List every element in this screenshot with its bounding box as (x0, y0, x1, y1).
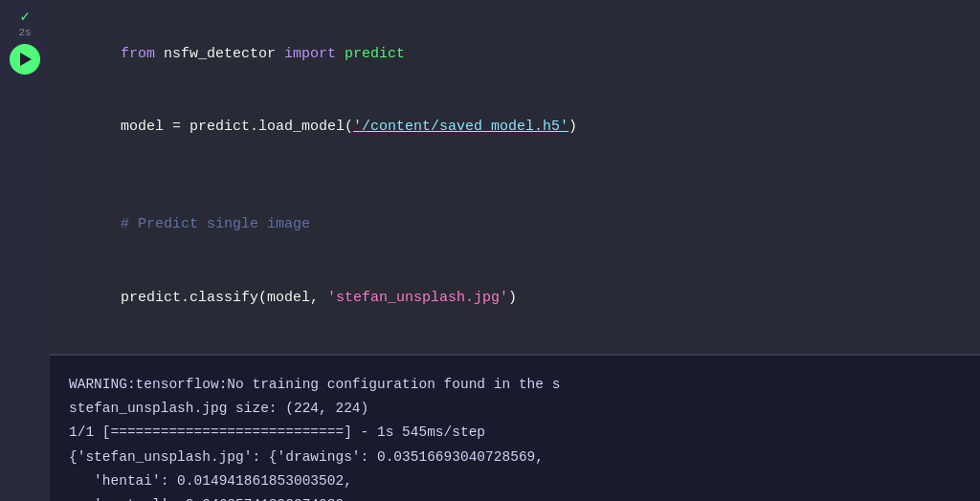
output-progress: 1/1 [============================] - 1s … (69, 421, 961, 445)
output-warning: WARNING:tensorflow:No training configura… (69, 373, 961, 397)
output-hentai: 'hentai': 0.014941861853003502, (69, 469, 961, 493)
code-line-comment: # Predict single image (69, 188, 961, 262)
code-line-blank (69, 163, 961, 188)
output-neutral: 'neutral': 0.04625741392374039, (69, 493, 961, 501)
notebook-cell: from nsfw_detector import predict model … (50, 0, 980, 501)
code-line-1: from nsfw_detector import predict (69, 17, 961, 91)
cell-output: WARNING:tensorflow:No training configura… (50, 356, 980, 502)
code-line-2: model = predict.load_model('/content/sav… (69, 91, 961, 164)
cell-gutter: ✓ 2s (0, 0, 50, 501)
run-button[interactable] (10, 44, 40, 75)
code-line-classify: predict.classify(model, 'stefan_unsplash… (69, 261, 961, 335)
code-input: from nsfw_detector import predict model … (50, 0, 980, 356)
keyword-import: import (284, 46, 336, 62)
success-checkmark: ✓ (20, 10, 30, 25)
output-size: stefan_unsplash.jpg size: (224, 224) (69, 397, 961, 421)
output-result-open: {'stefan_unsplash.jpg': {'drawings': 0.0… (69, 446, 961, 469)
image-filename-string: 'stefan_unsplash.jpg' (327, 290, 508, 306)
play-icon (20, 53, 32, 66)
model-path-string: '/content/saved_model.h5' (353, 119, 568, 135)
keyword-from: from (121, 46, 155, 62)
execution-time: 2s (18, 27, 31, 38)
